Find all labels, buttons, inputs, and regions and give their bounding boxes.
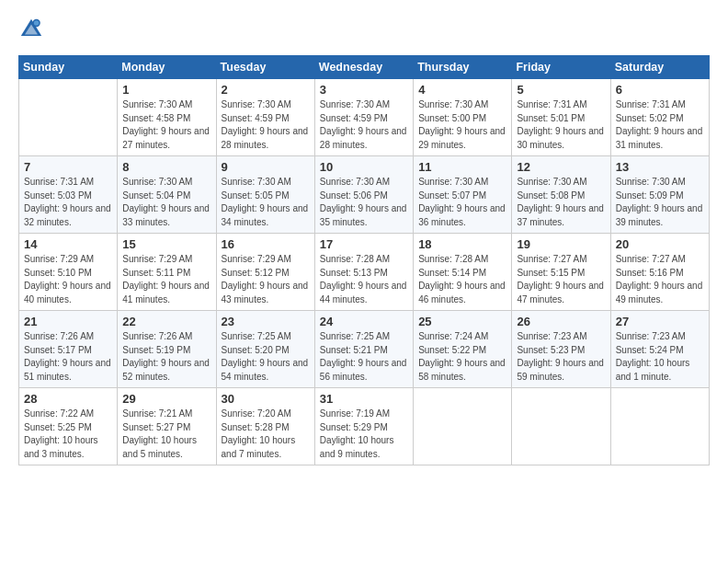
calendar-cell (610, 388, 709, 465)
day-number: 20 (616, 237, 704, 251)
header (18, 17, 710, 42)
day-info: Sunrise: 7:30 AMSunset: 5:06 PMDaylight:… (320, 176, 408, 229)
calendar-cell: 10Sunrise: 7:30 AMSunset: 5:06 PMDayligh… (314, 156, 413, 234)
day-info: Sunrise: 7:30 AMSunset: 4:59 PMDaylight:… (320, 98, 408, 152)
calendar-week: 21Sunrise: 7:26 AMSunset: 5:17 PMDayligh… (19, 311, 710, 388)
day-info: Sunrise: 7:29 AMSunset: 5:10 PMDaylight:… (24, 253, 112, 306)
calendar-cell: 16Sunrise: 7:29 AMSunset: 5:12 PMDayligh… (216, 234, 314, 311)
calendar-cell: 4Sunrise: 7:30 AMSunset: 5:00 PMDaylight… (414, 79, 512, 156)
calendar-cell: 11Sunrise: 7:30 AMSunset: 5:07 PMDayligh… (414, 156, 512, 234)
day-number: 4 (418, 83, 506, 97)
calendar-cell: 2Sunrise: 7:30 AMSunset: 4:59 PMDaylight… (216, 79, 314, 156)
day-number: 5 (517, 83, 605, 97)
header-day: Saturday (610, 56, 709, 79)
day-number: 11 (418, 160, 506, 174)
calendar-cell: 31Sunrise: 7:19 AMSunset: 5:29 PMDayligh… (314, 388, 413, 465)
day-info: Sunrise: 7:31 AMSunset: 5:02 PMDaylight:… (616, 98, 704, 152)
day-info: Sunrise: 7:30 AMSunset: 5:07 PMDaylight:… (418, 176, 506, 229)
day-number: 14 (24, 237, 112, 251)
day-number: 2 (222, 83, 310, 97)
day-number: 29 (122, 392, 210, 406)
day-number: 21 (24, 315, 112, 328)
calendar-cell: 6Sunrise: 7:31 AMSunset: 5:02 PMDaylight… (610, 79, 709, 156)
header-day: Sunday (19, 56, 118, 79)
calendar-cell: 13Sunrise: 7:30 AMSunset: 5:09 PMDayligh… (610, 156, 709, 234)
day-info: Sunrise: 7:30 AMSunset: 5:08 PMDaylight:… (517, 176, 605, 229)
header-day: Thursday (414, 56, 512, 79)
day-number: 10 (320, 160, 408, 174)
calendar-cell: 29Sunrise: 7:21 AMSunset: 5:27 PMDayligh… (118, 388, 216, 465)
calendar-cell: 9Sunrise: 7:30 AMSunset: 5:05 PMDaylight… (216, 156, 314, 234)
calendar-cell: 14Sunrise: 7:29 AMSunset: 5:10 PMDayligh… (19, 234, 118, 311)
day-number: 9 (222, 160, 310, 174)
calendar-cell: 8Sunrise: 7:30 AMSunset: 5:04 PMDaylight… (118, 156, 216, 234)
calendar-cell: 19Sunrise: 7:27 AMSunset: 5:15 PMDayligh… (512, 234, 610, 311)
day-info: Sunrise: 7:27 AMSunset: 5:15 PMDaylight:… (517, 253, 605, 306)
calendar-cell: 15Sunrise: 7:29 AMSunset: 5:11 PMDayligh… (118, 234, 216, 311)
calendar-cell: 20Sunrise: 7:27 AMSunset: 5:16 PMDayligh… (610, 234, 709, 311)
day-number: 30 (222, 392, 310, 406)
calendar-cell: 18Sunrise: 7:28 AMSunset: 5:14 PMDayligh… (414, 234, 512, 311)
day-number: 18 (418, 237, 506, 251)
day-info: Sunrise: 7:22 AMSunset: 5:25 PMDaylight:… (24, 408, 112, 461)
day-info: Sunrise: 7:20 AMSunset: 5:28 PMDaylight:… (222, 408, 310, 461)
calendar-cell: 24Sunrise: 7:25 AMSunset: 5:21 PMDayligh… (314, 311, 413, 388)
day-info: Sunrise: 7:29 AMSunset: 5:11 PMDaylight:… (122, 253, 210, 306)
calendar-week: 1Sunrise: 7:30 AMSunset: 4:58 PMDaylight… (19, 79, 710, 156)
day-info: Sunrise: 7:24 AMSunset: 5:22 PMDaylight:… (418, 330, 506, 384)
day-info: Sunrise: 7:26 AMSunset: 5:19 PMDaylight:… (122, 330, 210, 384)
calendar-cell: 12Sunrise: 7:30 AMSunset: 5:08 PMDayligh… (512, 156, 610, 234)
day-number: 8 (122, 160, 210, 174)
calendar-cell: 17Sunrise: 7:28 AMSunset: 5:13 PMDayligh… (314, 234, 413, 311)
calendar-table: SundayMondayTuesdayWednesdayThursdayFrid… (18, 55, 710, 465)
day-number: 25 (418, 315, 506, 328)
calendar-cell: 1Sunrise: 7:30 AMSunset: 4:58 PMDaylight… (118, 79, 216, 156)
day-info: Sunrise: 7:28 AMSunset: 5:13 PMDaylight:… (320, 253, 408, 306)
calendar-cell: 23Sunrise: 7:25 AMSunset: 5:20 PMDayligh… (216, 311, 314, 388)
calendar-week: 7Sunrise: 7:31 AMSunset: 5:03 PMDaylight… (19, 156, 710, 234)
day-number: 31 (320, 392, 408, 406)
day-number: 28 (24, 392, 112, 406)
day-number: 3 (320, 83, 408, 97)
page: SundayMondayTuesdayWednesdayThursdayFrid… (0, 0, 728, 475)
day-number: 7 (24, 160, 112, 174)
day-info: Sunrise: 7:31 AMSunset: 5:03 PMDaylight:… (24, 176, 112, 229)
calendar-cell: 27Sunrise: 7:23 AMSunset: 5:24 PMDayligh… (610, 311, 709, 388)
calendar-week: 14Sunrise: 7:29 AMSunset: 5:10 PMDayligh… (19, 234, 710, 311)
calendar-cell: 30Sunrise: 7:20 AMSunset: 5:28 PMDayligh… (216, 388, 314, 465)
day-number: 16 (222, 237, 310, 251)
day-info: Sunrise: 7:21 AMSunset: 5:27 PMDaylight:… (122, 408, 210, 461)
svg-point-3 (34, 20, 40, 26)
header-day: Wednesday (314, 56, 413, 79)
day-number: 19 (517, 237, 605, 251)
calendar-cell: 28Sunrise: 7:22 AMSunset: 5:25 PMDayligh… (19, 388, 118, 465)
day-info: Sunrise: 7:31 AMSunset: 5:01 PMDaylight:… (517, 98, 605, 152)
day-number: 24 (320, 315, 408, 328)
day-number: 13 (616, 160, 704, 174)
day-info: Sunrise: 7:26 AMSunset: 5:17 PMDaylight:… (24, 330, 112, 384)
calendar-cell (414, 388, 512, 465)
day-info: Sunrise: 7:30 AMSunset: 5:05 PMDaylight:… (222, 176, 310, 229)
header-row: SundayMondayTuesdayWednesdayThursdayFrid… (19, 56, 710, 79)
day-info: Sunrise: 7:30 AMSunset: 4:59 PMDaylight:… (222, 98, 310, 152)
day-number: 17 (320, 237, 408, 251)
day-number: 15 (122, 237, 210, 251)
calendar-cell (512, 388, 610, 465)
calendar-cell: 26Sunrise: 7:23 AMSunset: 5:23 PMDayligh… (512, 311, 610, 388)
day-number: 27 (616, 315, 704, 328)
calendar-week: 28Sunrise: 7:22 AMSunset: 5:25 PMDayligh… (19, 388, 710, 465)
day-info: Sunrise: 7:29 AMSunset: 5:12 PMDaylight:… (222, 253, 310, 306)
day-info: Sunrise: 7:28 AMSunset: 5:14 PMDaylight:… (418, 253, 506, 306)
day-info: Sunrise: 7:30 AMSunset: 5:09 PMDaylight:… (616, 176, 704, 229)
day-info: Sunrise: 7:23 AMSunset: 5:23 PMDaylight:… (517, 330, 605, 384)
day-info: Sunrise: 7:30 AMSunset: 5:04 PMDaylight:… (122, 176, 210, 229)
calendar-cell: 7Sunrise: 7:31 AMSunset: 5:03 PMDaylight… (19, 156, 118, 234)
day-number: 23 (222, 315, 310, 328)
calendar-cell: 3Sunrise: 7:30 AMSunset: 4:59 PMDaylight… (314, 79, 413, 156)
day-info: Sunrise: 7:30 AMSunset: 5:00 PMDaylight:… (418, 98, 506, 152)
calendar-cell (19, 79, 118, 156)
calendar-cell: 25Sunrise: 7:24 AMSunset: 5:22 PMDayligh… (414, 311, 512, 388)
day-number: 26 (517, 315, 605, 328)
day-number: 12 (517, 160, 605, 174)
logo (18, 17, 48, 42)
